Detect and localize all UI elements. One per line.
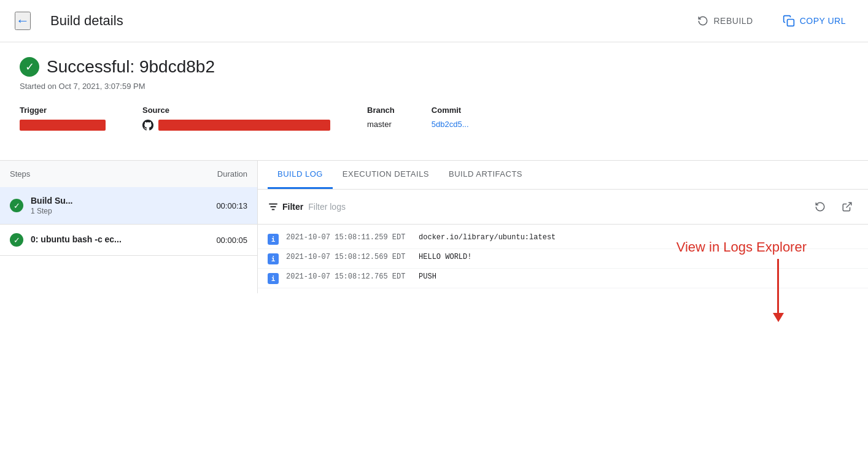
- duration-label: Duration: [217, 169, 247, 179]
- trigger-label: Trigger: [20, 106, 106, 115]
- step-name-0: Build Su...: [31, 196, 209, 206]
- arrow-head: [773, 313, 784, 322]
- step-sub-0: 1 Step: [31, 207, 209, 215]
- source-group: Source: [142, 106, 330, 131]
- arrow-container: [777, 259, 779, 314]
- arrow-shaft: [777, 259, 779, 314]
- refresh-log-button[interactable]: [809, 196, 831, 218]
- filter-icon-text: Filter: [268, 201, 303, 212]
- branch-label: Branch: [367, 106, 395, 115]
- header: ← Build details REBUILD COPY URL: [0, 0, 868, 42]
- branch-group: Branch master: [367, 106, 395, 129]
- log-text-0: 2021-10-07 15:08:11.259 EDT docker.io/li…: [286, 233, 556, 242]
- copy-url-button[interactable]: COPY URL: [775, 10, 853, 32]
- page-wrapper: ← Build details REBUILD COPY URL ✓: [0, 0, 868, 454]
- external-link-button[interactable]: [836, 196, 858, 218]
- step-duration-0: 00:00:13: [216, 201, 247, 210]
- step-info-1: 0: ubuntu bash -c ec...: [31, 234, 209, 245]
- step-duration-1: 00:00:05: [216, 236, 247, 245]
- build-metadata: Trigger Source Branch master Commit 5db2…: [20, 106, 848, 131]
- refresh-icon: [815, 201, 826, 212]
- tab-execution-details[interactable]: EXECUTION DETAILS: [333, 161, 439, 189]
- source-value-row: [142, 120, 330, 131]
- svg-line-4: [847, 202, 851, 207]
- filter-label: Filter: [282, 202, 303, 212]
- branch-value: master: [367, 120, 395, 129]
- svg-rect-0: [787, 20, 794, 26]
- step-item-0[interactable]: ✓ Build Su... 1 Step 00:00:13: [0, 187, 257, 225]
- log-badge-1: i: [268, 253, 279, 264]
- trigger-group: Trigger: [20, 106, 106, 131]
- commit-label: Commit: [432, 106, 469, 115]
- log-badge-2: i: [268, 273, 279, 284]
- log-text-1: 2021-10-07 15:08:12.569 EDT HELLO WORLD!: [286, 253, 471, 261]
- annotation-overlay: View in Logs Explorer: [676, 239, 843, 314]
- step-success-icon-1: ✓: [10, 233, 23, 247]
- step-success-icon-0: ✓: [10, 199, 23, 212]
- github-icon: [142, 120, 153, 131]
- build-title: Successful: 9bdcd8b2: [47, 57, 215, 77]
- commit-value[interactable]: 5db2cd5...: [432, 120, 469, 129]
- rebuild-icon: [697, 15, 708, 26]
- trigger-value-redacted: [20, 120, 106, 131]
- steps-label: Steps: [10, 169, 30, 179]
- rebuild-button[interactable]: REBUILD: [690, 10, 760, 31]
- tab-build-artifacts[interactable]: BUILD ARTIFACTS: [439, 161, 532, 189]
- page-title: Build details: [50, 13, 670, 29]
- filter-input-placeholder[interactable]: Filter logs: [308, 202, 346, 212]
- source-value-redacted: [158, 120, 330, 131]
- back-button[interactable]: ←: [15, 12, 31, 30]
- main-content: ✓ Successful: 9bdcd8b2 Started on Oct 7,…: [0, 42, 868, 160]
- source-label: Source: [142, 106, 330, 115]
- view-in-logs-label: View in Logs Explorer: [676, 239, 807, 255]
- log-toolbar: Filter Filter logs: [258, 190, 868, 225]
- log-text-2: 2021-10-07 15:08:12.765 EDT PUSH: [286, 272, 436, 281]
- external-link-icon: [842, 201, 853, 212]
- tabs: BUILD LOG EXECUTION DETAILS BUILD ARTIFA…: [258, 161, 868, 190]
- tab-build-log[interactable]: BUILD LOG: [268, 161, 333, 189]
- filter-icon: [268, 201, 279, 212]
- step-name-1: 0: ubuntu bash -c ec...: [31, 234, 209, 244]
- log-toolbar-actions: [809, 196, 858, 218]
- commit-group: Commit 5db2cd5...: [432, 106, 469, 129]
- log-badge-0: i: [268, 234, 279, 245]
- success-icon: ✓: [20, 57, 39, 77]
- step-item-1[interactable]: ✓ 0: ubuntu bash -c ec... 00:00:05: [0, 225, 257, 256]
- steps-header: Steps Duration: [0, 161, 257, 187]
- copy-url-icon: [783, 15, 795, 27]
- step-info-0: Build Su... 1 Step: [31, 196, 209, 215]
- header-actions: REBUILD COPY URL: [690, 10, 853, 32]
- build-started: Started on Oct 7, 2021, 3:07:59 PM: [20, 82, 848, 91]
- steps-sidebar: Steps Duration ✓ Build Su... 1 Step 00:0…: [0, 161, 258, 293]
- build-status: ✓ Successful: 9bdcd8b2: [20, 57, 848, 77]
